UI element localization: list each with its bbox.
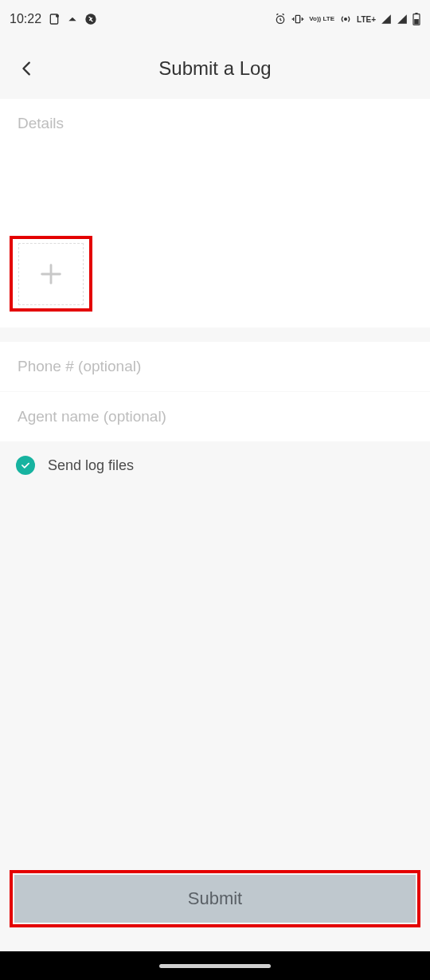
chevron-up-icon (67, 14, 78, 25)
status-bar: 10:22 Vo)) LTE LTE+ (0, 0, 430, 38)
agent-row (0, 392, 430, 441)
svg-rect-8 (414, 19, 419, 24)
submit-label: Submit (188, 888, 242, 909)
lte-label: LTE+ (357, 15, 376, 24)
phone-row (0, 342, 430, 392)
shazam-icon (84, 13, 97, 25)
send-logs-row[interactable]: Send log files (0, 441, 430, 489)
gesture-handle[interactable] (159, 964, 271, 968)
tutorial-highlight-submit: Submit (10, 870, 420, 927)
submit-section: Submit (0, 862, 430, 951)
app-header: Submit a Log (0, 38, 430, 99)
attachment-section (0, 226, 430, 327)
alarm-icon (274, 13, 287, 25)
page-title: Submit a Log (158, 57, 271, 80)
svg-rect-4 (296, 15, 300, 22)
svg-point-5 (345, 18, 347, 21)
svg-rect-7 (415, 13, 417, 14)
status-time: 10:22 (10, 12, 41, 26)
battery-icon (412, 13, 420, 25)
details-field-container[interactable]: Details (0, 99, 430, 226)
svg-point-1 (56, 14, 59, 18)
signal-icon-1 (381, 14, 392, 25)
add-attachment-button[interactable] (18, 243, 84, 305)
submit-button[interactable]: Submit (14, 875, 416, 923)
android-nav-bar (0, 951, 430, 980)
vibrate-icon (291, 13, 304, 25)
agent-name-input[interactable] (18, 408, 412, 425)
phone-input[interactable] (18, 358, 412, 375)
details-placeholder: Details (18, 115, 412, 132)
plus-icon (37, 261, 64, 288)
signal-icon-2 (397, 14, 408, 25)
notification-icon-1 (48, 13, 61, 25)
checkbox-checked-icon (16, 456, 35, 475)
back-button[interactable] (16, 57, 38, 80)
hotspot-icon (339, 13, 352, 25)
tutorial-highlight-add (10, 236, 92, 312)
send-logs-label: Send log files (48, 457, 134, 474)
volte-icon: Vo)) LTE (309, 16, 334, 22)
